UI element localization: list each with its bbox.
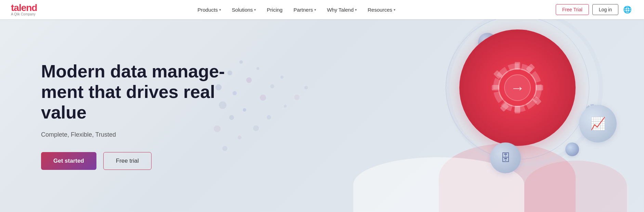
chevron-down-icon: ▾ bbox=[219, 8, 221, 12]
free-trial-hero-button[interactable]: Free trial bbox=[103, 152, 152, 170]
chevron-down-icon: ▾ bbox=[394, 8, 395, 12]
hero-content: Modern data manage-ment that drives real… bbox=[41, 61, 239, 170]
svg-text:→: → bbox=[510, 80, 525, 96]
get-started-button[interactable]: Get started bbox=[41, 152, 96, 170]
nav-item-pricing[interactable]: Pricing bbox=[262, 4, 287, 15]
nav-item-partners[interactable]: Partners ▾ bbox=[289, 4, 321, 15]
nav-cta-group: Free Trial Log in 🌐 bbox=[556, 4, 633, 15]
gear-svg: → bbox=[483, 53, 552, 122]
database-icon: 🗄 bbox=[500, 152, 511, 164]
nav-item-products[interactable]: Products ▾ bbox=[193, 4, 225, 15]
wave-decoration-2 bbox=[524, 161, 627, 212]
globe-icon[interactable]: 🌐 bbox=[622, 4, 633, 15]
nav-item-resources[interactable]: Resources ▾ bbox=[363, 4, 400, 15]
main-circle-illustration: → bbox=[459, 29, 576, 146]
brand-sub: A Qlik Company bbox=[11, 13, 37, 16]
chevron-down-icon: ▾ bbox=[355, 8, 357, 12]
nav-item-solutions[interactable]: Solutions ▾ bbox=[227, 4, 261, 15]
login-button[interactable]: Log in bbox=[592, 4, 618, 15]
nav-item-why-talend[interactable]: Why Talend ▾ bbox=[322, 4, 362, 15]
chart-circle-decoration: 📈 bbox=[579, 105, 617, 142]
chevron-down-icon: ▾ bbox=[314, 8, 316, 12]
chevron-down-icon: ▾ bbox=[254, 8, 256, 12]
brand-name: talend bbox=[11, 3, 37, 13]
chart-icon: 📈 bbox=[590, 116, 606, 131]
hero-buttons: Get started Free trial bbox=[41, 152, 239, 170]
nav-links: Products ▾ Solutions ▾ Pricing Partners … bbox=[193, 4, 400, 15]
database-circle-decoration: 🗄 bbox=[490, 142, 521, 173]
sphere-decoration-mid bbox=[565, 142, 579, 156]
free-trial-button[interactable]: Free Trial bbox=[556, 4, 589, 15]
logo[interactable]: talend A Qlik Company bbox=[11, 3, 37, 16]
hero-section: → 🗄 📈 Modern data manage-ment that drive… bbox=[0, 19, 644, 212]
hero-title: Modern data manage-ment that drives real… bbox=[41, 61, 239, 123]
navbar: talend A Qlik Company Products ▾ Solutio… bbox=[0, 0, 644, 19]
hero-subtitle: Complete, Flexible, Trusted bbox=[41, 131, 239, 138]
